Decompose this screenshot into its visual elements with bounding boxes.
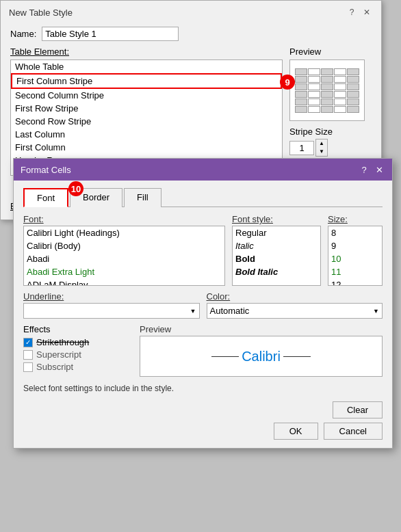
preview-cell xyxy=(321,76,333,83)
preview-cell xyxy=(321,106,333,113)
font-style-item[interactable]: Italic xyxy=(233,239,320,252)
preview-cell xyxy=(308,68,320,75)
settings-text: Select font settings to include in the s… xyxy=(23,384,383,393)
preview-cell xyxy=(321,91,333,98)
font-size-item[interactable]: 9 xyxy=(328,239,382,252)
format-cells-body: Font 10 Border Fill Font: Ca xyxy=(14,181,392,448)
fc-ok-cancel-row: OK Cancel xyxy=(23,423,383,440)
outer-dialog-title: New Table Style xyxy=(9,8,73,18)
font-size-item[interactable]: 8 xyxy=(328,226,382,239)
strikethrough-checkbox[interactable]: ✓ xyxy=(23,338,33,347)
font-style-item[interactable]: Bold Italic xyxy=(233,265,320,278)
font-preview-box: Calibri xyxy=(140,336,383,377)
cancel-button[interactable]: Cancel xyxy=(324,423,383,440)
help-icon[interactable]: ? xyxy=(346,6,358,18)
tab-font[interactable]: Font 10 xyxy=(23,188,68,207)
preview-cell xyxy=(334,106,346,113)
font-preview-col: Preview Calibri xyxy=(140,324,383,377)
effects-col: Effects ✓ Strikethrough Superscript Subs… xyxy=(23,324,133,377)
preview-grid xyxy=(295,68,359,113)
superscript-checkbox[interactable] xyxy=(23,350,33,360)
preview-cell xyxy=(347,83,359,90)
stripe-up-arrow[interactable]: ▲ xyxy=(316,139,327,148)
font-size-item[interactable]: 12 xyxy=(328,278,382,286)
format-cells-titlebar: Format Cells ? ✕ xyxy=(14,159,392,181)
effects-label: Effects xyxy=(23,324,133,334)
font-size-item[interactable]: 10 xyxy=(328,252,382,265)
fc-clear-button[interactable]: Clear xyxy=(333,401,383,418)
stripe-size-input[interactable] xyxy=(289,141,314,155)
strikethrough-label: Strikethrough xyxy=(36,337,89,347)
underline-select[interactable]: ▼ xyxy=(23,303,200,319)
preview-cell xyxy=(347,68,359,75)
font-item[interactable]: Calibri (Body) xyxy=(24,239,224,252)
fc-close-icon[interactable]: ✕ xyxy=(373,163,385,176)
color-select[interactable]: Automatic ▼ xyxy=(207,303,383,319)
font-section: Font: Calibri Light (Headings) Calibri (… xyxy=(23,214,383,286)
stripe-down-arrow[interactable]: ▼ xyxy=(316,148,327,156)
subscript-checkbox[interactable] xyxy=(23,362,33,372)
font-style-label: Font style: xyxy=(232,214,321,224)
superscript-label: Superscript xyxy=(36,349,81,360)
table-element-label: Table Element: xyxy=(10,46,283,57)
list-item[interactable]: Last Column xyxy=(11,128,282,141)
preview-cell xyxy=(308,76,320,83)
preview-cell xyxy=(308,98,320,105)
step-badge-9-list: 9 xyxy=(280,75,295,90)
format-cells-title: Format Cells xyxy=(21,165,71,175)
ok-button[interactable]: OK xyxy=(274,423,318,440)
preview-cell xyxy=(295,76,307,83)
font-item[interactable]: Calibri Light (Headings) xyxy=(24,226,224,239)
preview-text: Calibri xyxy=(242,349,281,364)
preview-line-right xyxy=(283,356,311,357)
font-item[interactable]: ADLaM Display xyxy=(24,278,224,286)
font-item[interactable]: Abadi Extra Light xyxy=(24,265,224,278)
preview-cell xyxy=(308,91,320,98)
font-item[interactable]: Abadi xyxy=(24,252,224,265)
name-row: Name: xyxy=(10,27,372,41)
tab-fill[interactable]: Fill xyxy=(124,188,161,207)
preview-cell xyxy=(308,83,320,90)
font-field-label: Font: xyxy=(23,214,225,224)
preview-cell xyxy=(321,98,333,105)
list-item[interactable]: First Column xyxy=(11,141,282,154)
stripe-size-row: Stripe Size ▲ ▼ xyxy=(289,127,372,157)
fc-bottom-row: Clear xyxy=(23,401,383,418)
preview-cell xyxy=(334,76,346,83)
close-icon[interactable]: ✕ xyxy=(361,6,373,18)
list-item[interactable]: Second Column Stripe xyxy=(11,89,282,102)
font-list[interactable]: Calibri Light (Headings) Calibri (Body) … xyxy=(23,226,225,286)
font-style-col: Font style: Regular Italic Bold Bold Ita… xyxy=(232,214,321,286)
color-dropdown-arrow: ▼ xyxy=(373,308,379,315)
name-input[interactable] xyxy=(42,27,179,41)
preview-cell xyxy=(347,98,359,105)
font-size-item[interactable]: 11 xyxy=(328,265,382,278)
font-list-col: Font: Calibri Light (Headings) Calibri (… xyxy=(23,214,225,286)
font-style-list[interactable]: Regular Italic Bold Bold Italic xyxy=(232,226,321,286)
fc-help-icon[interactable]: ? xyxy=(358,163,370,176)
outer-dialog-titlebar: New Table Style ? ✕ xyxy=(1,1,381,21)
preview-label: Preview xyxy=(289,46,372,57)
preview-cell xyxy=(347,76,359,83)
underline-col: Underline: ▼ xyxy=(23,291,200,319)
font-size-list[interactable]: 8 9 10 11 12 14 xyxy=(328,226,383,286)
list-item[interactable]: First Row Stripe xyxy=(11,102,282,115)
stripe-size-select: ▲ ▼ xyxy=(289,139,372,157)
font-style-item[interactable]: Regular xyxy=(233,226,320,239)
tabs-row: Font 10 Border Fill xyxy=(23,187,383,207)
font-style-item[interactable]: Bold xyxy=(233,252,320,265)
preview-cell xyxy=(295,91,307,98)
preview-cell xyxy=(308,106,320,113)
list-item-first-column-stripe[interactable]: First Column Stripe xyxy=(11,73,282,89)
fc-titlebar-icons: ? ✕ xyxy=(358,163,385,176)
preview-cell xyxy=(321,83,333,90)
subscript-label: Subscript xyxy=(36,362,73,372)
format-cells-dialog: Format Cells ? ✕ Font 10 Border Fill xyxy=(13,158,393,449)
list-item[interactable]: Whole Table xyxy=(11,60,282,73)
preview-cell xyxy=(347,106,359,113)
preview-cell xyxy=(334,83,346,90)
underline-label: Underline: xyxy=(23,291,200,302)
list-item[interactable]: Second Row Stripe xyxy=(11,115,282,128)
preview-cell xyxy=(321,68,333,75)
preview-box xyxy=(289,59,365,121)
